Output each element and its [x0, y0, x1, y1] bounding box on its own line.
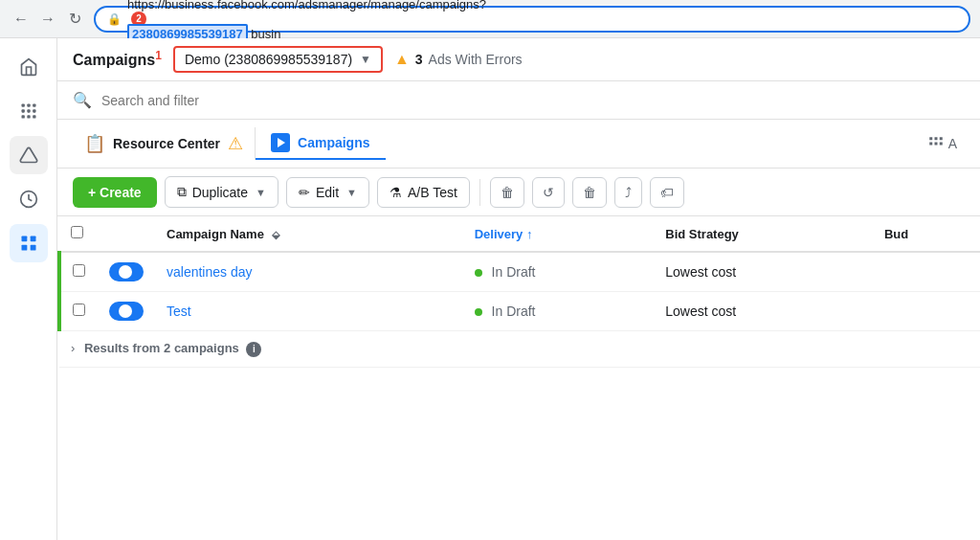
- row2-checkbox-cell: [59, 292, 98, 331]
- header-checkbox-cell: [59, 216, 98, 252]
- forward-button[interactable]: →: [36, 8, 59, 31]
- svg-rect-12: [21, 245, 27, 251]
- main-content: Campaigns1 Demo (2380869985539187) ▼ ▲ 3…: [57, 38, 980, 540]
- row1-campaign-name: valentines day: [155, 252, 463, 292]
- tab-campaigns[interactable]: Campaigns: [256, 127, 385, 160]
- sidebar-item-apps[interactable]: [10, 92, 48, 130]
- results-expand-icon[interactable]: ›: [71, 341, 75, 355]
- row1-toggle-cell: [98, 252, 155, 292]
- search-bar: 🔍: [57, 81, 980, 120]
- lock-icon: 🔒: [107, 12, 122, 26]
- delete-button[interactable]: 🗑: [572, 177, 607, 208]
- create-button[interactable]: + Create: [73, 177, 157, 208]
- svg-rect-5: [33, 109, 35, 112]
- campaigns-table: Campaign Name ⬙ Delivery ↑ Bid Strategy …: [57, 216, 980, 368]
- top-bar: Campaigns1 Demo (2380869985539187) ▼ ▲ 3…: [57, 38, 980, 81]
- table-area: Campaign Name ⬙ Delivery ↑ Bid Strategy …: [57, 216, 980, 540]
- results-label: Results from 2 campaigns: [84, 341, 239, 355]
- browser-bar: ← → ↻ 🔒 https://business.facebook.com/ad…: [0, 0, 980, 38]
- svg-rect-18: [929, 143, 932, 146]
- select-all-checkbox[interactable]: [71, 226, 83, 238]
- svg-rect-7: [27, 115, 30, 118]
- resource-center[interactable]: 📋 Resource Center ⚠: [73, 127, 256, 160]
- secondary-bar: 📋 Resource Center ⚠ Campaigns A: [57, 120, 980, 169]
- clipboard-icon: 📋: [84, 133, 105, 154]
- duplicate-button[interactable]: ⧉ Duplicate ▼: [165, 176, 278, 208]
- row2-bid-strategy: Lowest cost: [654, 292, 873, 331]
- header-delivery[interactable]: Delivery ↑: [463, 216, 655, 252]
- flask-icon: ⚗: [390, 185, 402, 200]
- search-input[interactable]: [101, 93, 965, 108]
- errors-badge[interactable]: ▲ 3 Ads With Errors: [394, 51, 523, 68]
- svg-rect-20: [939, 143, 942, 146]
- ab-test-button[interactable]: ⚗ A/B Test: [377, 177, 470, 208]
- svg-rect-11: [30, 236, 35, 242]
- account-selector[interactable]: Demo (2380869985539187) ▼: [173, 46, 383, 73]
- address-bar[interactable]: 🔒 https://business.facebook.com/adsmanag…: [94, 6, 970, 33]
- account-dropdown-arrow: ▼: [360, 53, 371, 66]
- toolbar: + Create ⧉ Duplicate ▼ ✏ Edit ▼ ⚗ A/B Te…: [57, 169, 980, 216]
- row1-checkbox[interactable]: [73, 264, 85, 277]
- sidebar-item-dashboard[interactable]: [10, 180, 48, 218]
- svg-rect-6: [21, 115, 24, 118]
- header-bid-strategy: Bid Strategy: [654, 216, 873, 252]
- toolbar-separator: [479, 179, 480, 206]
- header-budget: Bud: [873, 216, 980, 252]
- trash-button[interactable]: 🗑: [490, 177, 524, 208]
- back-button[interactable]: ←: [10, 8, 33, 31]
- resource-warning-icon: ⚠: [228, 133, 243, 154]
- export-button[interactable]: ⤴: [614, 177, 642, 208]
- results-cell: › Results from 2 campaigns i: [59, 331, 980, 368]
- row2-campaign-link[interactable]: Test: [167, 304, 191, 319]
- row2-budget: [873, 292, 980, 331]
- row1-delivery-text: In Draft: [492, 264, 536, 280]
- page-title: Campaigns1: [73, 49, 162, 69]
- tab-campaigns-label: Campaigns: [298, 135, 369, 150]
- grid-view-label: A: [948, 136, 957, 151]
- sidebar-item-triangle[interactable]: [10, 136, 48, 174]
- undo-button[interactable]: ↺: [532, 177, 565, 208]
- row2-delivery: In Draft: [463, 292, 655, 331]
- row1-campaign-link[interactable]: valentines day: [167, 264, 253, 280]
- table-row: Test In Draft Lowest cost: [59, 292, 980, 331]
- row2-status-dot: [475, 308, 482, 316]
- row1-budget: [873, 252, 980, 292]
- error-count: 3: [415, 52, 423, 67]
- duplicate-dropdown-icon: ▼: [256, 187, 266, 198]
- app-layout: Campaigns1 Demo (2380869985539187) ▼ ▲ 3…: [0, 38, 980, 540]
- campaigns-tab-icon: [271, 133, 290, 152]
- svg-marker-14: [278, 138, 285, 147]
- sort-icon: ⬙: [272, 229, 279, 240]
- sidebar-item-home[interactable]: [10, 48, 48, 86]
- row1-checkbox-cell: [59, 252, 98, 292]
- duplicate-icon: ⧉: [177, 184, 187, 200]
- row2-delivery-text: In Draft: [492, 304, 536, 319]
- edit-dropdown-icon: ▼: [346, 187, 357, 198]
- svg-rect-8: [33, 115, 35, 118]
- row1-toggle[interactable]: [109, 262, 144, 281]
- sidebar: [0, 38, 57, 540]
- row2-checkbox[interactable]: [73, 304, 85, 316]
- row2-toggle-cell: [98, 292, 155, 331]
- results-row: › Results from 2 campaigns i: [59, 331, 980, 368]
- errors-label: Ads With Errors: [429, 52, 523, 67]
- svg-rect-4: [27, 109, 30, 112]
- row2-toggle[interactable]: [109, 302, 144, 321]
- row2-campaign-name: Test: [155, 292, 463, 331]
- sidebar-item-campaigns[interactable]: [10, 224, 48, 262]
- tag-button[interactable]: 🏷: [650, 177, 684, 208]
- svg-rect-13: [30, 245, 35, 251]
- svg-rect-3: [21, 109, 24, 112]
- grid-view-button[interactable]: A: [920, 131, 965, 156]
- search-icon: 🔍: [73, 91, 92, 109]
- svg-rect-17: [939, 137, 942, 140]
- svg-rect-10: [21, 236, 27, 242]
- reload-button[interactable]: ↻: [63, 8, 86, 31]
- header-toggle-cell: [98, 216, 155, 252]
- row1-delivery: In Draft: [463, 252, 655, 292]
- svg-rect-15: [929, 137, 932, 140]
- svg-rect-19: [934, 143, 937, 146]
- edit-button[interactable]: ✏ Edit ▼: [286, 177, 369, 208]
- row1-status-dot: [475, 269, 482, 277]
- results-info-icon[interactable]: i: [246, 342, 261, 357]
